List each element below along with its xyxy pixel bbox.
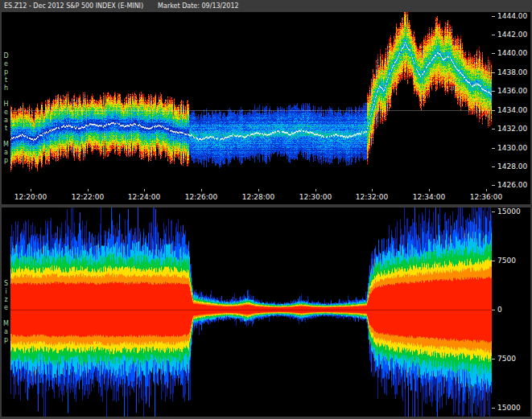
time-axis: 12:20:0012:22:0012:24:0012:26:0012:28:00…	[10, 189, 492, 204]
price-axis-label: 1440.00	[497, 49, 527, 57]
size-axis-tick	[492, 261, 495, 261]
price-axis-label: 1428.00	[497, 162, 527, 170]
price-axis-tick	[492, 35, 495, 35]
time-axis-label: 12:34:00	[413, 193, 445, 201]
title-bar[interactable]: ES.Z12 - Dec 2012 S&P 500 INDEX (E-MINI)…	[0, 0, 532, 12]
time-axis-label: 12:22:00	[72, 193, 104, 201]
time-axis-label: 12:26:00	[185, 193, 217, 201]
size-side-label: S i z e M a p	[2, 207, 10, 417]
size-axis-tick	[492, 408, 495, 409]
price-axis-tick	[492, 16, 495, 17]
market-date: Market Date: 09/13/2012	[158, 2, 239, 10]
price-axis-tick	[492, 91, 495, 92]
depth-side-label: D e p t h H e a t M a p	[2, 12, 10, 204]
price-axis-label: 1426.00	[497, 181, 527, 189]
size-axis-label: 7500	[497, 257, 516, 265]
price-axis-tick	[492, 72, 495, 73]
size-axis: 1500075000750015000	[492, 207, 530, 417]
time-axis-tick	[429, 189, 430, 191]
time-axis-tick	[258, 189, 259, 191]
size-axis-label: 15000	[497, 404, 521, 412]
depth-heat-map-canvas[interactable]	[10, 12, 492, 189]
time-axis-label: 12:32:00	[356, 193, 388, 201]
time-axis-label: 12:30:00	[299, 193, 332, 201]
depth-heat-map-panel: D e p t h H e a t M a p 1444.001442.0014…	[2, 12, 530, 204]
time-axis-tick	[88, 189, 89, 191]
size-map-canvas[interactable]	[10, 207, 492, 417]
price-axis-label: 1438.00	[497, 68, 527, 76]
app-window: ES.Z12 - Dec 2012 S&P 500 INDEX (E-MINI)…	[0, 0, 532, 419]
size-axis-tick	[492, 212, 495, 212]
size-axis-label: 0	[497, 306, 502, 314]
price-axis-label: 1430.00	[497, 144, 527, 152]
size-axis-tick	[492, 310, 495, 310]
size-axis-label: 7500	[497, 355, 516, 363]
price-axis-tick	[492, 166, 495, 167]
price-axis-tick	[492, 185, 495, 186]
price-axis-tick	[492, 129, 495, 129]
time-axis-label: 12:28:00	[242, 193, 274, 201]
time-axis-tick	[486, 189, 487, 191]
size-axis-tick	[492, 359, 495, 359]
price-axis-label: 1442.00	[497, 31, 527, 39]
time-axis-tick	[315, 189, 316, 191]
time-axis-tick	[372, 189, 373, 191]
time-axis-label: 12:20:00	[14, 193, 47, 201]
price-axis: 1444.001442.001440.001438.001436.001434.…	[492, 12, 530, 204]
price-axis-label: 1434.00	[497, 106, 527, 114]
instrument-title: ES.Z12 - Dec 2012 S&P 500 INDEX (E-MINI)	[4, 2, 143, 10]
price-axis-label: 1444.00	[497, 12, 527, 20]
price-axis-tick	[492, 110, 495, 111]
time-axis-label: 12:24:00	[128, 193, 160, 201]
price-axis-label: 1432.00	[497, 125, 527, 133]
time-axis-label: 12:36:00	[470, 193, 502, 201]
size-map-panel: S i z e M a p 1500075000750015000	[2, 207, 530, 417]
time-axis-tick	[31, 189, 31, 191]
price-axis-tick	[492, 53, 495, 54]
time-axis-tick	[201, 189, 202, 191]
price-axis-tick	[492, 148, 495, 149]
price-axis-label: 1436.00	[497, 87, 527, 95]
time-axis-tick	[144, 189, 145, 191]
size-axis-label: 15000	[497, 207, 521, 216]
